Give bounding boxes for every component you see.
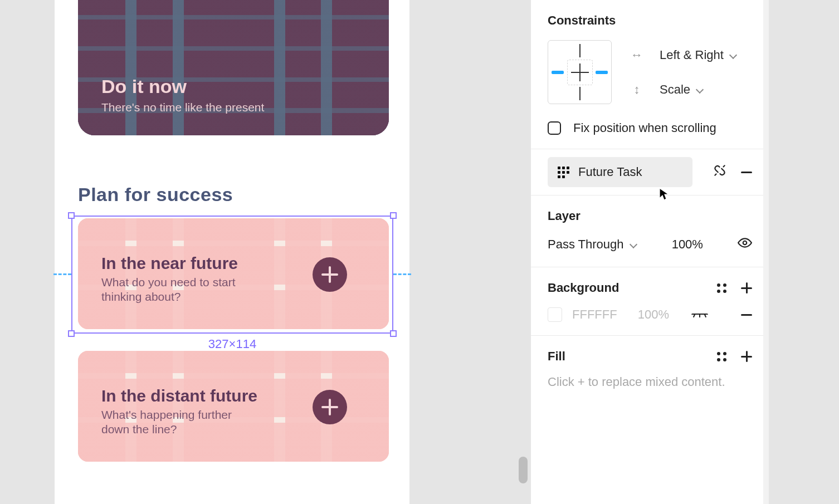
card-distant-future[interactable]: In the distant future What's happening f… <box>78 351 389 462</box>
svg-point-0 <box>743 241 747 245</box>
mouse-cursor-icon <box>658 188 671 201</box>
layer-section: Layer Pass Through 100% <box>531 195 769 267</box>
vertical-arrows-icon <box>631 82 643 97</box>
card-now-title: Do it now <box>101 76 187 97</box>
plaid-pattern-dark <box>78 0 389 135</box>
constraint-left-indicator[interactable] <box>552 71 564 74</box>
constraints-title: Constraints <box>548 13 752 28</box>
background-hidden-icon[interactable] <box>691 309 708 320</box>
background-section: Background FFFFFF 100% <box>531 267 769 336</box>
panel-scrollbar-track[interactable] <box>763 0 769 504</box>
constraints-visual-picker[interactable] <box>548 40 612 104</box>
vertical-constraint-value: Scale <box>660 82 690 97</box>
add-background-button[interactable] <box>741 282 752 293</box>
remove-component-button[interactable] <box>741 172 752 173</box>
constraint-top-indicator[interactable] <box>579 44 581 57</box>
component-swap-dropdown[interactable]: Future Task <box>548 157 692 187</box>
resize-handle-bottom-right[interactable] <box>390 330 397 337</box>
constraint-center-indicator[interactable] <box>567 60 593 85</box>
horizontal-constraint-value: Left & Right <box>660 48 724 62</box>
alignment-guide-right <box>393 273 411 275</box>
remove-background-button[interactable] <box>741 314 752 316</box>
card-now-subtitle: There's no time like the present <box>101 101 264 114</box>
section-heading: Plan for success <box>78 184 233 205</box>
component-grid-icon <box>558 167 569 178</box>
chevron-down-icon <box>696 86 704 94</box>
resize-handle-bottom-left[interactable] <box>68 330 75 337</box>
alignment-guide-left <box>53 273 71 275</box>
blend-mode-dropdown[interactable]: Pass Through <box>548 237 637 252</box>
card-distant-subtitle: What's happening further down the line? <box>101 408 257 437</box>
fix-position-label: Fix position when scrolling <box>573 121 716 135</box>
fill-section: Fill Click + to replace mixed content. <box>531 336 769 403</box>
resize-handle-top-right[interactable] <box>390 212 397 219</box>
visibility-toggle-icon[interactable] <box>738 236 752 253</box>
card-distant-title: In the distant future <box>101 386 257 405</box>
selection-dimensions-label: 327×114 <box>71 337 393 351</box>
vertical-constraint-dropdown[interactable]: Scale <box>660 82 704 97</box>
background-title: Background <box>548 281 619 295</box>
blend-mode-value: Pass Through <box>548 237 624 252</box>
canvas-background[interactable]: Do it now There's no time like the prese… <box>0 0 531 504</box>
canvas-scrollbar-thumb[interactable] <box>519 457 528 483</box>
background-color-swatch[interactable] <box>548 307 562 322</box>
resize-handle-top-left[interactable] <box>68 212 75 219</box>
fix-position-checkbox[interactable] <box>548 121 561 135</box>
background-opacity-value[interactable]: 100% <box>638 307 669 322</box>
constraints-section: Constraints Left & Right <box>531 0 769 149</box>
style-picker-icon[interactable] <box>717 283 726 293</box>
horizontal-arrows-icon <box>631 48 643 62</box>
component-instance-row: Future Task <box>531 149 769 195</box>
card-do-it-now[interactable]: Do it now There's no time like the prese… <box>78 0 389 135</box>
chevron-down-icon <box>630 241 637 248</box>
layer-title: Layer <box>548 209 752 223</box>
add-button-distant[interactable] <box>313 390 347 424</box>
constraint-bottom-indicator[interactable] <box>579 87 581 100</box>
artboard-frame[interactable]: Do it now There's no time like the prese… <box>55 0 409 504</box>
add-fill-button[interactable] <box>741 351 752 362</box>
detach-instance-icon[interactable] <box>713 163 727 182</box>
selection-bounds[interactable]: In the near future What do you need to s… <box>71 216 393 334</box>
inspector-panel: Constraints Left & Right <box>531 0 769 504</box>
style-picker-icon[interactable] <box>717 352 726 361</box>
fill-title: Fill <box>548 349 565 364</box>
selection-outline <box>71 216 393 334</box>
layer-opacity-value[interactable]: 100% <box>672 237 703 252</box>
horizontal-constraint-dropdown[interactable]: Left & Right <box>660 48 737 62</box>
chevron-down-icon <box>729 51 737 59</box>
constraint-right-indicator[interactable] <box>596 71 608 74</box>
component-name-label: Future Task <box>578 165 642 179</box>
background-hex-value[interactable]: FFFFFF <box>572 307 617 322</box>
fill-mixed-content-hint: Click + to replace mixed content. <box>548 375 752 389</box>
